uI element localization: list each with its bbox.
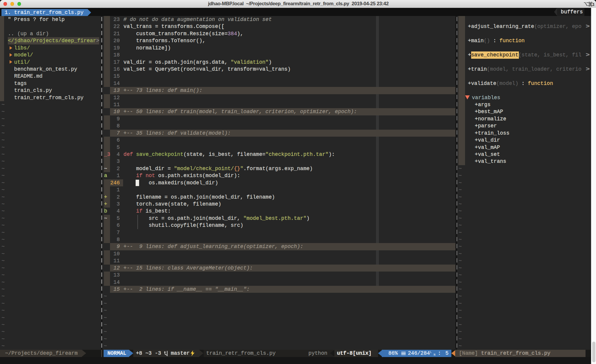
svg-text:1: 1 [593,2,595,6]
